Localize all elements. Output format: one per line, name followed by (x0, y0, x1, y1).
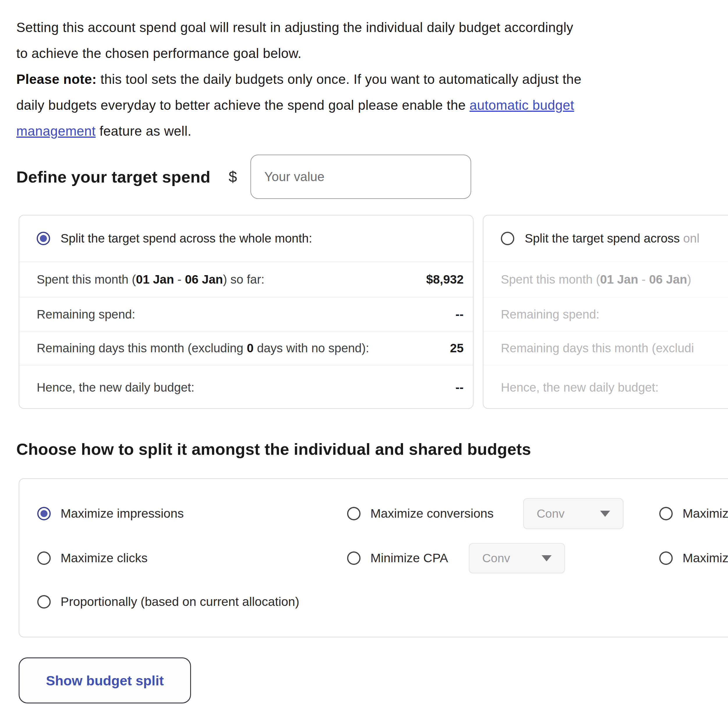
spent-this-month-row-disabled: Spent this month (01 Jan - 06 Jan) (483, 261, 728, 297)
maximize-cut-option-1[interactable]: Maximiz (659, 506, 728, 521)
new-daily-budget-label-disabled: Hence, the new daily budget: (501, 381, 659, 394)
remaining-spend-row: Remaining spend: -- (19, 297, 473, 331)
maximize-clicks-radio[interactable] (37, 552, 51, 565)
maximize-impressions-option[interactable]: Maximize impressions (37, 506, 184, 521)
intro-text: to achieve the chosen performance goal b… (16, 46, 302, 61)
maximize-cut-radio-1[interactable] (659, 507, 673, 520)
split-whole-month-label: Split the target spend across the whole … (61, 232, 312, 245)
proportionally-option[interactable]: Proportionally (based on current allocat… (37, 594, 299, 609)
spent-this-month-label: Spent this month (01 Jan - 06 Jan) so fa… (37, 273, 264, 286)
new-daily-budget-label: Hence, the new daily budget: (37, 381, 195, 394)
conversions-type-dropdown[interactable]: Conv (523, 498, 623, 529)
intro-text: feature as well. (96, 124, 192, 139)
conversions-type-dropdown-value: Conv (537, 507, 565, 521)
split-whole-month-radio[interactable] (37, 232, 50, 245)
split-remaining-days-option[interactable]: Split the target spend across onl (483, 215, 728, 261)
cpa-type-dropdown-value: Conv (482, 552, 510, 565)
new-daily-budget-value: -- (455, 381, 464, 394)
maximize-conversions-radio[interactable] (347, 507, 360, 520)
radio-dot (40, 510, 47, 517)
intro-line: daily budgets everyday to better achieve… (16, 92, 715, 118)
new-daily-budget-row: Hence, the new daily budget: -- (19, 365, 473, 409)
split-options-card: Maximize impressions Maximize conversion… (19, 478, 728, 637)
automatic-budget-management-link[interactable]: automatic budget (470, 97, 574, 113)
intro-line: to achieve the chosen performance goal b… (16, 40, 715, 66)
minimize-cpa-radio[interactable] (347, 552, 360, 565)
split-remaining-days-label: Split the target spend across onl (525, 232, 700, 245)
maximize-impressions-label: Maximize impressions (61, 506, 184, 521)
remaining-days-row-disabled: Remaining days this month (excludi (483, 331, 728, 365)
remaining-spend-value: -- (455, 307, 464, 322)
intro-text: this tool sets the daily budgets only on… (97, 72, 582, 87)
spent-this-month-row: Spent this month (01 Jan - 06 Jan) so fa… (19, 261, 473, 297)
maximize-cut-label-1: Maximiz (682, 506, 728, 521)
remaining-spend-label-disabled: Remaining spend: (501, 307, 600, 322)
dropdown-caret-icon (542, 555, 552, 561)
intro-text: Setting this account spend goal will res… (16, 20, 573, 35)
intro-paragraph: Setting this account spend goal will res… (16, 15, 715, 144)
remaining-days-row: Remaining days this month (excluding 0 d… (19, 331, 473, 365)
target-spend-input[interactable] (250, 155, 471, 199)
please-note-label: Please note: (16, 72, 97, 87)
maximize-conversions-label: Maximize conversions (371, 506, 493, 521)
maximize-clicks-option[interactable]: Maximize clicks (37, 551, 148, 565)
split-remaining-days-radio[interactable] (501, 232, 514, 245)
new-daily-budget-row-disabled: Hence, the new daily budget: (483, 365, 728, 409)
split-whole-month-card: Split the target spend across the whole … (19, 215, 474, 409)
maximize-conversions-option[interactable]: Maximize conversions (347, 506, 493, 521)
intro-line: Setting this account spend goal will res… (16, 15, 715, 40)
maximize-cut-label-2: Maximiz (682, 551, 728, 565)
define-target-spend-row: Define your target spend $ (16, 154, 471, 199)
proportionally-radio[interactable] (37, 595, 51, 609)
automatic-budget-management-link[interactable]: management (16, 124, 96, 139)
split-whole-month-option[interactable]: Split the target spend across the whole … (19, 215, 473, 261)
spent-this-month-label-disabled: Spent this month (01 Jan - 06 Jan) (501, 273, 691, 286)
maximize-cut-radio-2[interactable] (659, 552, 673, 565)
split-remaining-days-card: Split the target spend across onl Spent … (483, 215, 728, 409)
spent-this-month-value: $8,932 (426, 273, 464, 286)
define-target-spend-heading: Define your target spend (16, 167, 211, 186)
intro-line: Please note: this tool sets the daily bu… (16, 66, 715, 92)
maximize-cut-option-2[interactable]: Maximiz (659, 551, 728, 565)
maximize-impressions-radio[interactable] (37, 507, 51, 520)
radio-dot (40, 235, 47, 242)
maximize-clicks-label: Maximize clicks (61, 551, 148, 565)
minimize-cpa-option[interactable]: Minimize CPA (347, 551, 448, 565)
currency-symbol: $ (229, 168, 237, 186)
remaining-days-value: 25 (450, 341, 464, 355)
cpa-type-dropdown[interactable]: Conv (469, 543, 565, 573)
split-options-heading: Choose how to split it amongst the indiv… (16, 440, 531, 459)
show-budget-split-button[interactable]: Show budget split (19, 658, 191, 704)
intro-line: management feature as well. (16, 118, 715, 144)
proportionally-label: Proportionally (based on current allocat… (61, 594, 299, 609)
remaining-spend-row-disabled: Remaining spend: (483, 297, 728, 331)
dropdown-caret-icon (600, 511, 610, 517)
remaining-days-label-disabled: Remaining days this month (excludi (501, 341, 694, 355)
remaining-days-label: Remaining days this month (excluding 0 d… (37, 341, 369, 355)
remaining-spend-label: Remaining spend: (37, 307, 136, 322)
intro-text: daily budgets everyday to better achieve… (16, 97, 470, 113)
minimize-cpa-label: Minimize CPA (371, 551, 448, 565)
